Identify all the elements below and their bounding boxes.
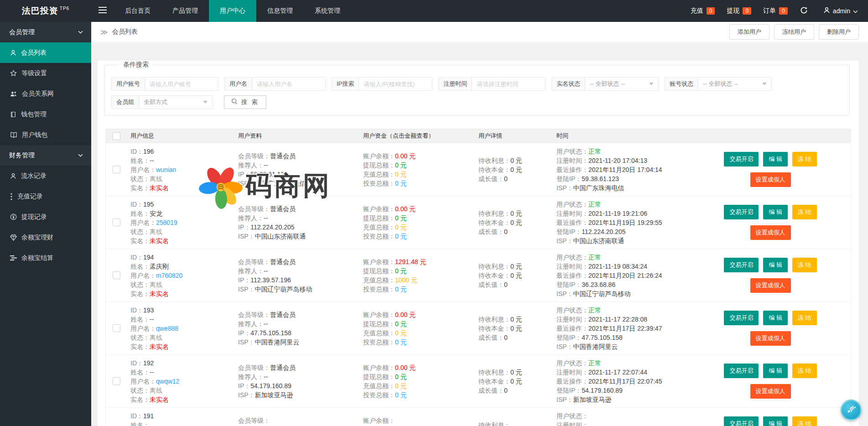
edit-button[interactable]: 编 辑 [763,416,788,426]
nav-item-5[interactable]: 系统管理 [304,0,351,22]
floating-action-button[interactable] [841,400,862,421]
row-checkbox[interactable] [113,324,120,332]
set-fake-button[interactable]: 设置成假人 [750,331,791,346]
user-menu[interactable]: admin [814,7,861,15]
member-group-select[interactable]: 全部方式 [139,95,213,109]
sidebar-item-2-4[interactable]: 余额宝理财 [0,227,91,248]
field-label-realname: 实名： [130,342,150,351]
set-fake-button[interactable]: 设置成假人 [750,278,791,293]
edit-button[interactable]: 编 辑 [763,311,788,325]
trade-toggle-button[interactable]: 交易开启 [724,205,759,219]
edit-button[interactable]: 编 辑 [763,364,788,378]
row-checkbox[interactable] [113,218,120,226]
member-growth: 0 [504,280,508,289]
sidebar-item-1-5[interactable]: 用户钱包 [0,125,91,145]
search-button[interactable]: 搜 索 [224,95,266,109]
freeze-button[interactable]: 冻 结 [792,152,817,166]
row-checkbox[interactable] [113,377,120,385]
search-input-4[interactable] [472,77,546,91]
trade-toggle-button[interactable]: 交易开启 [724,416,759,426]
sidebar-item-2-5[interactable]: 余额宝结算 [0,248,91,268]
search-select-5[interactable]: -- 全部状态 -- [585,77,659,91]
sidebar-item-2-3[interactable]: 提现记录 [0,207,91,227]
star-icon [10,70,17,77]
add-user-button[interactable]: 添加用户 [729,24,769,40]
field-line-level: 会员等级： [238,416,359,425]
cell-info: ID：196姓名：--用户名：wunian状态：离线实名：未实名 [130,143,238,196]
delete-user-button[interactable]: 删除用户 [819,24,859,40]
search-input-3[interactable] [359,77,432,91]
cell-details: 待收利息：0 元待收本金：0 元成长值：0 [478,143,556,196]
freeze-button[interactable]: 冻 结 [792,258,817,272]
sidebar-item-1-3[interactable]: 会员关系网 [0,83,91,104]
set-fake-button[interactable]: 设置成假人 [750,384,791,399]
menu-toggle-button[interactable] [91,0,114,22]
nav-item-3[interactable]: 用户中心 [209,0,256,22]
field-label-username: 用户名： [130,324,156,333]
cell-profile: 会员等级：普通会员推荐人：--IP：54.179.160.89ISP：新加坡亚马… [238,355,363,407]
freeze-button[interactable]: 冻 结 [792,364,817,378]
chevron-down-icon [78,31,83,34]
field-label-reg: 注册时间： [556,421,588,426]
freeze-user-button[interactable]: 冻结用户 [774,24,814,40]
field-label-referrer: 推荐人： [238,372,264,381]
field-line-balance: 账户余额：0.00 元 [363,363,475,372]
topbar-stat-3[interactable]: 订单0 [757,7,794,15]
row-actions: 交易开启编 辑冻 结设置成假人 [712,408,830,426]
sidebar-item-1-4[interactable]: 钱包管理 [0,104,91,125]
sidebar-item-1-2[interactable]: 等级设置 [0,63,91,83]
select-all-checkbox[interactable] [113,132,120,140]
trade-toggle-button[interactable]: 交易开启 [724,152,759,166]
row-checkbox[interactable] [113,166,120,173]
freeze-button[interactable]: 冻 结 [792,416,817,426]
field-line-id: ID：196 [130,147,234,156]
set-fake-button[interactable]: 设置成假人 [750,172,791,187]
member-level: 普通会员 [270,310,296,319]
field-line-principal: 待收本金：0 元 [478,165,553,174]
topbar-stat-2[interactable]: 提现0 [721,7,757,15]
trade-toggle-button[interactable]: 交易开启 [724,364,759,378]
trade-toggle-button[interactable]: 交易开启 [724,258,759,272]
field-label-balance: 账户余额： [363,363,395,372]
sidebar-item-1-1[interactable]: 会员列表 [0,42,91,63]
member-recharge: 0 元 [395,223,407,232]
user-icon [10,50,16,56]
sidebar-item-2-1[interactable]: 流水记录 [0,166,91,186]
refresh-button[interactable] [794,6,814,16]
field-line-growth: 成长值：0 [478,280,553,289]
row-checkbox[interactable] [113,271,120,279]
field-label-login_ip: 登陆IP： [556,174,582,183]
breadcrumb-bar: ≫ 会员列表 添加用户冻结用户删除用户 [91,22,868,42]
member-level: 普通会员 [270,204,296,213]
field-line-referrer: 推荐人：-- [238,266,359,275]
nav-item-2[interactable]: 产品管理 [161,0,209,22]
field-label-name: 姓名： [130,209,150,218]
field-line-principal: 待收本金：0 元 [478,218,553,227]
nav-item-4[interactable]: 信息管理 [256,0,304,22]
action-label: 设置成假人 [756,388,785,395]
edit-button[interactable]: 编 辑 [763,258,788,272]
cell-profile: 会员等级：普通会员推荐人：--IP：112.224.20.205ISP：中国山东… [238,196,363,249]
field-label-principal: 待收本金： [478,271,510,280]
field-line-username: 用户名：qwqw12 [130,377,234,386]
cell-profile: 会员等级：普通会员推荐人：--IP：112.39.57.196ISP：中国辽宁葫… [238,249,363,301]
member-isp: 中国广东珠海电信 [255,179,306,188]
freeze-button[interactable]: 冻 结 [792,311,817,325]
search-input-1[interactable] [145,77,218,91]
topbar-stat-1[interactable]: 充值0 [685,7,721,15]
field-label-ip: IP： [238,170,250,179]
field-line-username: 用户名：qwe888 [130,324,234,333]
set-fake-button[interactable]: 设置成假人 [750,225,791,240]
sidebar-group-2[interactable]: 财务管理 [0,145,91,166]
search-input-2[interactable] [252,77,326,91]
edit-button[interactable]: 编 辑 [763,152,788,166]
search-select-6[interactable]: -- 全部状态 -- [698,77,772,91]
sidebar-group-1[interactable]: 会员管理 [0,22,91,42]
edit-button[interactable]: 编 辑 [763,205,788,219]
field-line-id: ID：195 [130,200,234,209]
search-field-6: 账号状态-- 全部状态 -- [665,77,772,91]
nav-item-1[interactable]: 后台首页 [114,0,161,22]
sidebar-item-2-2[interactable]: 充值记录 [0,186,91,207]
trade-toggle-button[interactable]: 交易开启 [724,311,759,325]
freeze-button[interactable]: 冻 结 [792,205,817,219]
